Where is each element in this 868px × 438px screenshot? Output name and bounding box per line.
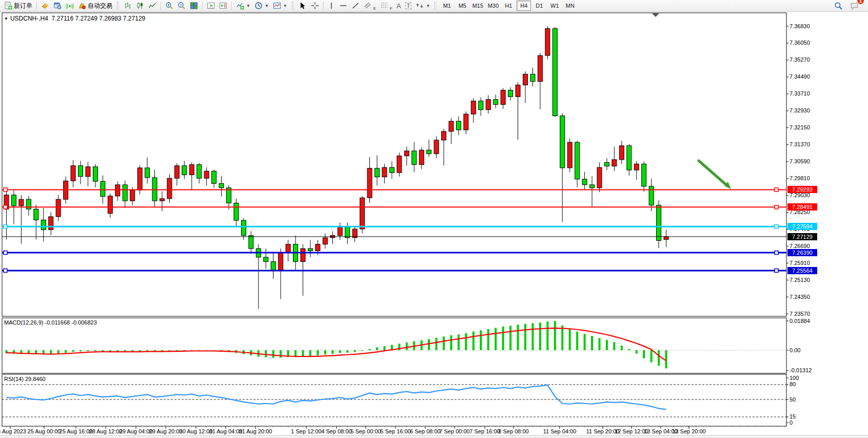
new-order-icon (4, 2, 12, 10)
bar-chart-button[interactable] (122, 0, 134, 12)
chart-shift-icon (219, 2, 227, 10)
timeframe-D1-button[interactable]: D1 (532, 1, 546, 11)
text-label-icon: T (405, 2, 412, 9)
signals-icon (66, 2, 74, 10)
arrows-icon (416, 2, 424, 10)
new-order-label: 新订单 (14, 2, 32, 10)
timeframe-W1-button[interactable]: W1 (547, 1, 562, 11)
zoom-out-icon (177, 2, 186, 10)
templates-icon (273, 2, 281, 10)
text-label-tool-button[interactable]: T (403, 0, 414, 12)
toolbar-separator (323, 2, 324, 10)
bar-chart-icon (124, 2, 132, 10)
notification-badge: 1 (857, 0, 864, 4)
chart-shift-button[interactable] (217, 0, 229, 12)
chevron-down-icon: ▼ (265, 4, 269, 8)
arrows-tool-button[interactable]: ▼ (413, 0, 432, 12)
chevron-down-icon: ▼ (246, 4, 250, 8)
autotrading-icon (78, 2, 86, 10)
candlestick-chart-button[interactable] (134, 0, 146, 12)
trendline-icon (351, 2, 360, 10)
fibonacci-icon (380, 2, 388, 10)
new-order-button[interactable]: 新订单 (2, 0, 34, 12)
text-tool-icon: A (397, 2, 401, 10)
crosshair-icon (311, 2, 319, 10)
timeframe-M1-button[interactable]: M1 (440, 1, 454, 11)
timeframe-H1-button[interactable]: H1 (501, 1, 516, 11)
auto-scroll-button[interactable] (205, 0, 217, 12)
toolbar-separator (36, 2, 37, 10)
chevron-down-icon: ▼ (283, 4, 287, 8)
clock-icon (254, 2, 263, 10)
search-icon (834, 2, 843, 10)
tile-windows-button[interactable] (188, 0, 200, 12)
line-chart-button[interactable] (146, 0, 159, 12)
zoom-in-icon (165, 2, 173, 10)
channel-letter: E (373, 6, 376, 11)
candlestick-chart-icon (136, 2, 144, 10)
zoom-out-button[interactable] (175, 0, 188, 12)
chart-symbol-period: USDCNH-,H4 (10, 15, 48, 22)
text-tool-button[interactable]: A (394, 0, 403, 12)
horizontal-line-icon (339, 2, 347, 10)
macd-indicator-label: MACD(12,26,9) -0.011668 -0.006823 (4, 319, 97, 326)
tile-windows-icon (190, 2, 198, 10)
equidistant-channel-tool-button[interactable]: E (362, 0, 378, 12)
toolbar-separator (202, 2, 203, 10)
autotrading-label: 自动交易 (88, 2, 112, 10)
horizontal-line-tool-button[interactable] (337, 0, 349, 12)
toolbar-gripper (435, 2, 437, 10)
auto-scroll-icon (207, 2, 215, 10)
fibonacci-tool-button[interactable]: F (378, 0, 394, 12)
toolbar: 新订单 自动交易 (0, 0, 868, 12)
periods-button[interactable]: ▼ (252, 0, 271, 12)
timeframe-M15-button[interactable]: M15 (470, 1, 485, 11)
cursor-button[interactable] (297, 0, 309, 12)
signals-button[interactable] (64, 0, 76, 12)
metaeditor-button[interactable] (51, 0, 64, 12)
timeframe-MN-button[interactable]: MN (563, 1, 577, 11)
vertical-line-tool-button[interactable] (326, 0, 337, 12)
toolbar-gripper (292, 2, 294, 10)
search-button[interactable] (832, 0, 845, 12)
chart-ohlc-quotes: 7.27116 7.27249 7.26983 7.27129 (52, 15, 146, 22)
notifications-button[interactable]: 1 (848, 0, 861, 12)
fibonacci-letter: F (390, 6, 392, 11)
crosshair-button[interactable] (309, 0, 321, 12)
timeframe-H4-button[interactable]: H4 (517, 1, 531, 11)
indicators-icon (236, 2, 244, 10)
line-chart-icon (148, 2, 156, 10)
one-click-trading-arrow-icon[interactable]: ▼ (4, 16, 8, 21)
toolbar-gripper (117, 2, 119, 10)
timeframe-M5-button[interactable]: M5 (455, 1, 469, 11)
trendline-tool-button[interactable] (349, 0, 362, 12)
vertical-line-icon (328, 2, 335, 10)
chart-title: ▼USDCNH-,H4 7.27116 7.27249 7.26983 7.27… (4, 15, 145, 22)
market-icon (41, 2, 49, 10)
chart-canvas[interactable] (0, 0, 868, 438)
mt4-terminal-window: 新订单 自动交易 (0, 0, 868, 438)
indicators-button[interactable]: ▼ (234, 0, 252, 12)
chevron-down-icon: ▼ (426, 4, 430, 8)
cursor-icon (299, 2, 307, 10)
zoom-in-button[interactable] (163, 0, 175, 12)
templates-button[interactable]: ▼ (271, 0, 289, 12)
autotrading-button[interactable]: 自动交易 (76, 0, 114, 12)
rsi-indicator-label: RSI(14) 29.8460 (4, 376, 46, 382)
metaeditor-icon (53, 2, 62, 10)
timeframe-group: M1M5M15M30H1H4D1W1MN (439, 1, 578, 11)
timeframe-M30-button[interactable]: M30 (486, 1, 500, 11)
toolbar-separator (161, 2, 161, 10)
channel-icon (364, 2, 372, 10)
market-button[interactable] (39, 0, 51, 12)
toolbar-separator (231, 2, 232, 10)
toolbar-right-tools: 1 (832, 0, 866, 12)
